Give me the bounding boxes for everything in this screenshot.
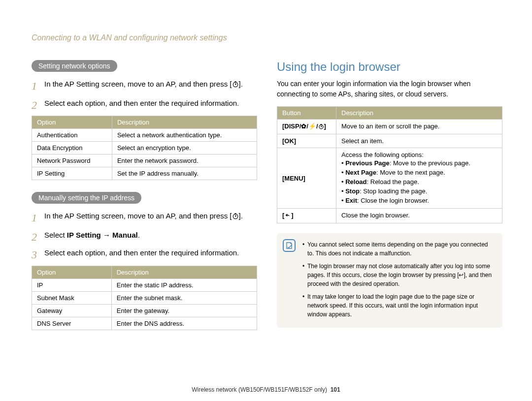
section-title-network-options: Setting network options	[32, 60, 117, 72]
page-number: 101	[331, 386, 340, 393]
step-text: Select	[44, 231, 67, 239]
list-item: Reload: Reload the page.	[341, 177, 497, 186]
flash-icon: ⚡	[308, 123, 316, 130]
btn-label-back: []	[277, 209, 336, 223]
desc-cell: Enter the static IP address.	[111, 278, 257, 291]
back-icon	[284, 213, 291, 220]
step-tail: ].	[239, 80, 243, 88]
table-row: Network PasswordEnter the network passwo…	[32, 154, 257, 167]
steps-manual-ip: In the AP Setting screen, move to an AP,…	[32, 211, 257, 259]
step-1: In the AP Setting screen, move to an AP,…	[32, 79, 257, 91]
step-tail: ].	[239, 212, 243, 220]
timer-icon	[232, 212, 239, 223]
list-item: Stop: Stop loading the page.	[341, 186, 497, 196]
table-row: Data EncryptionSelect an encryption type…	[32, 142, 257, 154]
btn-label-menu: [MENU]	[277, 148, 336, 209]
flower-icon: ✿	[301, 123, 306, 130]
step-text: In the AP Setting screen, move to an AP,…	[44, 80, 232, 88]
timer-icon	[318, 123, 324, 131]
desc-cell: Select an encryption type.	[112, 142, 257, 154]
opt-cell: IP Setting	[32, 167, 112, 180]
table-row: GatewayEnter the gateway.	[32, 304, 257, 317]
table-row: AuthenticationSelect a network authentic…	[32, 129, 257, 142]
btn-desc: Access the following options: Previous P…	[336, 148, 502, 209]
step-2: Select each option, and then enter the r…	[32, 98, 257, 109]
menu-intro: Access the following options:	[341, 151, 497, 158]
opt-cell: Network Password	[32, 154, 112, 167]
col-option: Option	[32, 116, 112, 129]
opt-cell: Subnet Mask	[32, 291, 112, 304]
table-row: [] Close the login browser.	[277, 209, 502, 223]
table-row: IPEnter the static IP address.	[32, 278, 257, 291]
opt-cell: IP	[32, 278, 112, 291]
breadcrumb: Connecting to a WLAN and configuring net…	[32, 33, 502, 42]
step-tail: .	[138, 231, 140, 239]
menu-options: Previous Page: Move to the previous page…	[341, 158, 497, 205]
list-item: Next Page: Move to the next page.	[341, 168, 497, 177]
desc-cell: Enter the gateway.	[111, 304, 257, 317]
timer-icon	[232, 80, 239, 91]
intro-paragraph: You can enter your login information via…	[277, 79, 502, 99]
table-row: [OK] Select an item.	[277, 134, 502, 148]
desc-cell: Enter the DNS address.	[111, 317, 257, 330]
desc-cell: Enter the subnet mask.	[111, 291, 257, 304]
list-item: Exit: Close the login browser.	[341, 196, 497, 205]
table-row: DNS ServerEnter the DNS address.	[32, 317, 257, 330]
opt-cell: Data Encryption	[32, 142, 112, 154]
col-description: Description	[336, 107, 502, 120]
note-box: You cannot select some items depending o…	[277, 233, 502, 328]
opt-cell: Authentication	[32, 129, 112, 142]
desc-cell: Set the IP address manually.	[112, 167, 257, 180]
step-bold: IP Setting → Manual	[67, 231, 138, 239]
table-row: [MENU] Access the following options: Pre…	[277, 148, 502, 209]
table-row: Subnet MaskEnter the subnet mask.	[32, 291, 257, 304]
footer-text: Wireless network (WB150F/WB151F/WB152F o…	[192, 386, 327, 393]
table-manual-ip: Option Description IPEnter the static IP…	[32, 266, 257, 330]
opt-cell: Gateway	[32, 304, 112, 317]
page-footer: Wireless network (WB150F/WB151F/WB152F o…	[0, 386, 532, 393]
section-title-manual-ip: Manually setting the IP address	[32, 192, 141, 204]
table-buttons: Button Description [DISP/✿/⚡/] Move to a…	[277, 106, 502, 223]
btn-label-ok: [OK]	[277, 134, 336, 148]
section-title-login-browser: Using the login browser	[277, 60, 502, 74]
svg-rect-5	[320, 124, 322, 124]
btn-label-disp: [DISP/✿/⚡/]	[277, 120, 336, 134]
btn-desc: Close the login browser.	[336, 209, 502, 223]
table-row: [DISP/✿/⚡/] Move to an item or scroll th…	[277, 120, 502, 134]
btn-desc: Move to an item or scroll the page.	[336, 120, 502, 134]
col-description: Description	[111, 266, 257, 278]
left-column: Setting network options In the AP Settin…	[32, 60, 257, 342]
table-row: IP SettingSet the IP address manually.	[32, 167, 257, 180]
table-network-options: Option Description AuthenticationSelect …	[32, 116, 257, 180]
desc-cell: Enter the network password.	[112, 154, 257, 167]
note-item: It may take longer to load the login pag…	[302, 291, 496, 322]
step-1: In the AP Setting screen, move to an AP,…	[32, 211, 257, 223]
step-2: Select IP Setting → Manual.	[32, 230, 257, 241]
list-item: Previous Page: Move to the previous page…	[341, 158, 497, 168]
col-option: Option	[32, 266, 112, 278]
right-column: Using the login browser You can enter yo…	[277, 60, 502, 342]
svg-rect-3	[234, 213, 236, 214]
btn-desc: Select an item.	[336, 134, 502, 148]
steps-network-options: In the AP Setting screen, move to an AP,…	[32, 79, 257, 109]
opt-cell: DNS Server	[32, 317, 112, 330]
note-item: You cannot select some items depending o…	[302, 239, 496, 261]
col-button: Button	[277, 107, 336, 120]
note-icon	[283, 239, 296, 252]
col-description: Description	[112, 116, 257, 129]
step-3: Select each option, and then enter the r…	[32, 247, 257, 259]
step-text: In the AP Setting screen, move to an AP,…	[44, 212, 232, 220]
desc-cell: Select a network authentication type.	[112, 129, 257, 142]
note-item: The login browser may not close automati…	[302, 261, 496, 291]
svg-rect-1	[234, 81, 236, 82]
